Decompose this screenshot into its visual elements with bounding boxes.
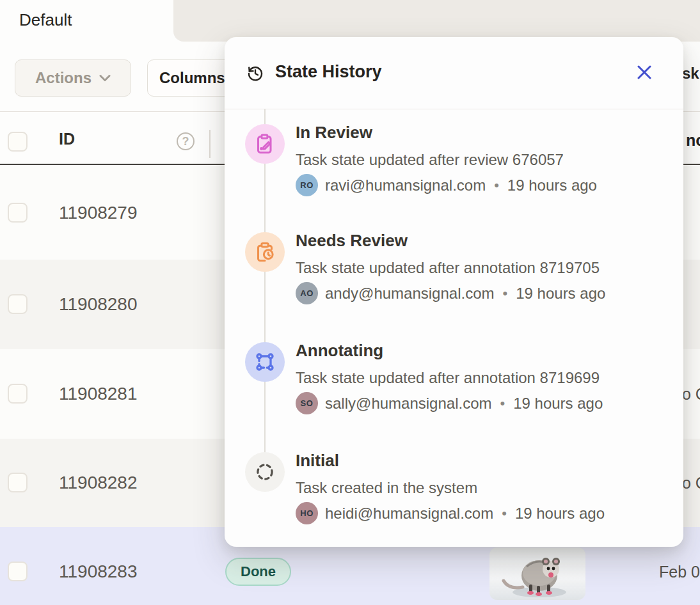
columns-button-label: Columns	[159, 69, 225, 87]
state-title: Needs Review	[296, 231, 408, 251]
column-divider[interactable]	[209, 130, 211, 158]
meta-separator: •	[500, 395, 505, 412]
task-id: 11908280	[59, 294, 138, 315]
modal-header: State History	[225, 37, 683, 109]
clipboard-edit-icon	[253, 132, 276, 155]
dashed-circle-icon	[253, 460, 276, 483]
initial-state-icon	[245, 452, 285, 492]
task-id: 11908283	[59, 562, 138, 582]
clipped-cell-fragment: o C	[682, 474, 700, 492]
clipped-toolbar-text-fragment: sk	[682, 65, 699, 82]
chevron-down-icon	[99, 74, 111, 82]
user-email: ravi@humansignal.com	[325, 177, 486, 194]
state-meta: AO andy@humansignal.com • 19 hours ago	[296, 282, 605, 304]
modal-title: State History	[275, 62, 382, 82]
clipboard-clock-icon	[253, 240, 276, 263]
row-checkbox[interactable]	[8, 203, 28, 223]
avatar: SO	[296, 392, 318, 414]
state-meta: RO ravi@humansignal.com • 19 hours ago	[296, 174, 597, 196]
user-email: heidi@humansignal.com	[325, 505, 493, 522]
bounding-box-icon	[253, 350, 276, 373]
time-ago: 19 hours ago	[507, 177, 597, 194]
row-checkbox[interactable]	[8, 473, 28, 492]
history-entry: Initial Task created in the system HO he…	[225, 452, 683, 535]
avatar: HO	[296, 502, 318, 524]
meta-separator: •	[502, 505, 507, 522]
select-all-checkbox[interactable]	[8, 132, 28, 152]
help-icon[interactable]: ?	[177, 132, 195, 150]
task-thumbnail	[489, 547, 585, 600]
state-title: Annotating	[296, 341, 383, 361]
task-manager-screen: Default Actions Columns sk ID ? no 11908…	[0, 0, 700, 605]
time-ago: 19 hours ago	[516, 285, 605, 302]
annotating-state-icon	[245, 342, 285, 382]
needs-review-state-icon	[245, 232, 285, 272]
date-cell: Feb 0	[659, 563, 700, 581]
state-title: In Review	[296, 123, 372, 143]
meta-separator: •	[494, 177, 499, 194]
actions-button[interactable]: Actions	[15, 59, 131, 97]
close-icon[interactable]	[636, 64, 653, 81]
state-meta: HO heidi@humansignal.com • 19 hours ago	[296, 502, 605, 524]
row-checkbox[interactable]	[8, 562, 28, 581]
state-title: Initial	[296, 451, 339, 471]
user-email: andy@humansignal.com	[325, 285, 495, 302]
history-entry: In Review Task state updated after revie…	[225, 124, 683, 207]
opossum-image	[489, 547, 585, 600]
clock-history-icon	[246, 64, 265, 83]
tab-strip-background	[173, 0, 700, 42]
row-checkbox[interactable]	[8, 294, 28, 314]
time-ago: 19 hours ago	[513, 395, 603, 412]
state-meta: SO sally@humansignal.com • 19 hours ago	[296, 392, 603, 414]
avatar: AO	[296, 282, 318, 304]
id-column-header[interactable]: ID	[59, 130, 75, 148]
task-id: 11908281	[59, 384, 138, 404]
in-review-state-icon	[245, 124, 285, 164]
task-id: 11908282	[59, 473, 138, 493]
row-checkbox[interactable]	[8, 384, 28, 404]
history-entry: Annotating Task state updated after anno…	[225, 342, 683, 425]
tab-default[interactable]: Default	[19, 10, 72, 30]
history-entry: Needs Review Task state updated after an…	[225, 232, 683, 315]
clipped-cell-fragment: o C	[682, 385, 700, 404]
user-email: sally@humansignal.com	[325, 395, 491, 412]
state-history-modal: State History In Review Task state updat…	[225, 37, 683, 547]
clipped-column-header-fragment: no	[686, 131, 700, 150]
actions-button-label: Actions	[35, 69, 91, 87]
state-description: Task state updated after annotation 8719…	[296, 369, 600, 387]
meta-separator: •	[503, 285, 508, 302]
state-description: Task created in the system	[296, 479, 477, 497]
state-description: Task state updated after annotation 8719…	[296, 259, 600, 277]
task-id: 11908279	[59, 203, 138, 223]
avatar: RO	[296, 174, 318, 196]
state-description: Task state updated after review 676057	[296, 151, 564, 169]
time-ago: 19 hours ago	[515, 505, 605, 522]
status-badge: Done	[225, 558, 291, 586]
